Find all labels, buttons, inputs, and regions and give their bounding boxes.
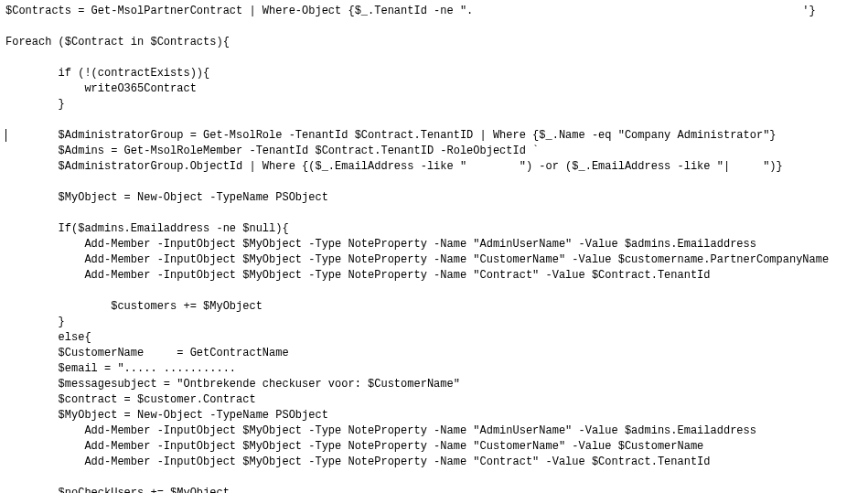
powershell-code-block[interactable]: $Contracts = Get-MsolPartnerContract | W… [0, 0, 868, 493]
text-cursor [5, 129, 6, 142]
